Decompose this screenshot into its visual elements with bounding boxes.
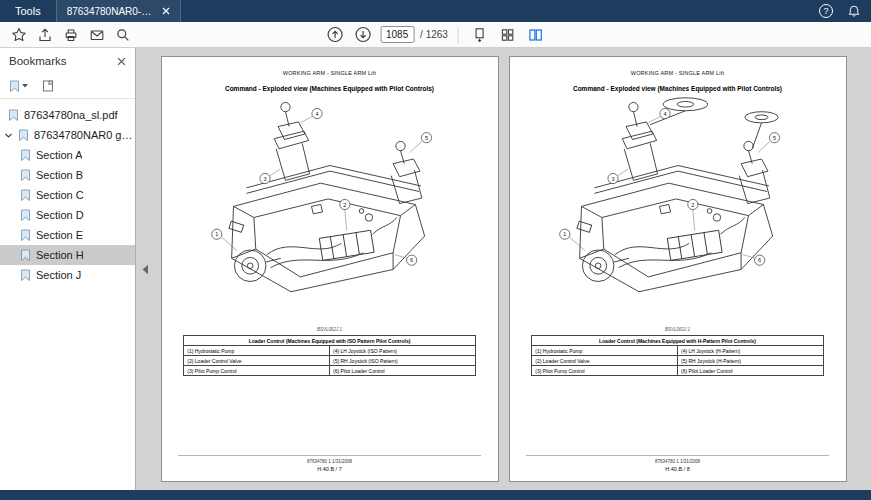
- table-caption: Loader Control (Machines Equipped with H…: [532, 336, 823, 346]
- bookmark-label: Section D: [36, 209, 84, 221]
- exploded-diagram: 1 2 3 4 5 6: [162, 95, 498, 327]
- document-tab-label: 87634780NAR0-Lin...: [67, 6, 154, 17]
- collapse-panel-button[interactable]: [139, 257, 151, 281]
- bookmark-icon: [20, 149, 31, 161]
- email-icon[interactable]: [86, 24, 108, 46]
- figure-label: BSVL062J 1: [162, 327, 498, 332]
- footer-pagecode: H.40.B / 7: [178, 466, 480, 472]
- table-cell: (4) LH Joystick (ISO Pattern): [330, 346, 476, 356]
- bookmark-label: Section H: [36, 249, 84, 261]
- sidebar-item-87634780nar0-guts[interactable]: 87634780NAR0 guts: [0, 125, 135, 145]
- callout-number: 6: [410, 257, 413, 263]
- table-cell: (6) Pilot Loader Control: [678, 366, 824, 376]
- callout-number: 5: [424, 135, 427, 141]
- two-page-view-icon[interactable]: [525, 24, 547, 46]
- options-caret-icon: [22, 84, 28, 88]
- table-cell: (6) Pilot Loader Control: [330, 366, 476, 376]
- continuous-scroll-icon[interactable]: [469, 24, 491, 46]
- bookmark-icon: [20, 249, 31, 261]
- table-caption: Loader Control (Machines Equipped with I…: [184, 336, 475, 346]
- table-cell: (3) Pilot Pump Control: [532, 366, 678, 376]
- sidebar-item-section-e[interactable]: Section E: [0, 225, 135, 245]
- bookmarks-panel: Bookmarks 87634780na_sl.pdf 87634780NA: [0, 48, 136, 490]
- bookmark-icon: [20, 209, 31, 221]
- callout-number: 2: [343, 202, 346, 208]
- sidebar-item-section-b[interactable]: Section B: [0, 165, 135, 185]
- table-cell: (1) Hydrostatic Pump: [184, 346, 330, 356]
- help-icon[interactable]: ?: [819, 4, 833, 18]
- table-cell: (2) Loader Control Valve: [532, 356, 678, 366]
- tab-close-icon[interactable]: [162, 7, 170, 15]
- bookmark-icon: [20, 169, 31, 181]
- table-cell: (2) Loader Control Valve: [184, 356, 330, 366]
- search-icon[interactable]: [112, 24, 134, 46]
- bookmarks-tree: 87634780na_sl.pdf 87634780NAR0 guts Sect…: [0, 99, 135, 285]
- table-cell: (4) LH Joystick (H-Pattern): [678, 346, 824, 356]
- sidebar-item-section-d[interactable]: Section D: [0, 205, 135, 225]
- document-tab[interactable]: 87634780NAR0-Lin...: [56, 0, 181, 22]
- parts-table: Loader Control (Machines Equipped with H…: [531, 335, 823, 376]
- footer-pagecode: H.40.B / 8: [526, 466, 828, 472]
- callout-number: 1: [215, 231, 218, 237]
- tools-tab-label: Tools: [15, 5, 41, 17]
- table-cell: (5) RH Joystick (ISO Pattern): [330, 356, 476, 366]
- table-cell: (3) Pilot Pump Control: [184, 366, 330, 376]
- favorites-star-icon[interactable]: [8, 24, 30, 46]
- callout-number: 3: [263, 176, 266, 182]
- page-number-input[interactable]: [380, 26, 414, 43]
- bookmark-label: Section B: [36, 169, 83, 181]
- bookmarks-panel-title: Bookmarks: [9, 55, 67, 67]
- page-title: Command - Exploded view (Machines Equipp…: [510, 85, 846, 92]
- bookmark-label: 87634780NAR0 guts: [34, 129, 135, 141]
- bookmark-label: Section C: [36, 189, 84, 201]
- sidebar-item-section-c[interactable]: Section C: [0, 185, 135, 205]
- callout-number: 3: [611, 176, 614, 182]
- page-footer: 87634780 1 1/31/2008 H.40.B / 8: [526, 455, 828, 472]
- pdf-page-right: WORKING ARM - SINGLE ARM Lift Command - …: [509, 56, 847, 482]
- page-header: WORKING ARM - SINGLE ARM Lift: [162, 70, 498, 76]
- sidebar-item-section-a[interactable]: Section A: [0, 145, 135, 165]
- page-up-button[interactable]: [324, 24, 346, 46]
- expand-current-bookmark-icon[interactable]: [42, 80, 54, 92]
- page-header: WORKING ARM - SINGLE ARM Lift: [510, 70, 846, 76]
- titlebar: Tools 87634780NAR0-Lin... ?: [0, 0, 871, 22]
- print-icon[interactable]: [60, 24, 82, 46]
- bookmark-options-icon[interactable]: [9, 80, 28, 92]
- callout-number: 6: [758, 257, 761, 263]
- parts-table: Loader Control (Machines Equipped with I…: [183, 335, 475, 376]
- table-cell: (5) RH Joystick (H-Pattern): [678, 356, 824, 366]
- close-bookmarks-icon[interactable]: [117, 57, 126, 66]
- document-view: WORKING ARM - SINGLE ARM Lift Command - …: [136, 48, 871, 490]
- bookmark-icon: [20, 229, 31, 241]
- tools-tab[interactable]: Tools: [0, 0, 56, 22]
- notifications-bell-icon[interactable]: [847, 4, 861, 18]
- main-area: Bookmarks 87634780na_sl.pdf 87634780NA: [0, 48, 871, 490]
- callout-number: 2: [691, 202, 694, 208]
- bottom-bar: [0, 490, 871, 500]
- page-footer: 87634780 1 1/31/2008 H.40.B / 7: [178, 455, 480, 472]
- chevron-down-icon[interactable]: [4, 131, 13, 140]
- callout-number: 1: [563, 231, 566, 237]
- toolbar: / 1263: [0, 22, 871, 48]
- page-title: Command - Exploded view (Machines Equipp…: [162, 85, 498, 92]
- thumbnail-grid-icon[interactable]: [497, 24, 519, 46]
- bookmark-icon: [18, 129, 29, 141]
- sidebar-item-section-j[interactable]: Section J: [0, 265, 135, 285]
- bookmark-label: Section E: [36, 229, 83, 241]
- footer-docinfo: 87634780 1 1/31/2008: [178, 459, 480, 464]
- callout-number: 5: [772, 135, 775, 141]
- footer-docinfo: 87634780 1 1/31/2008: [526, 459, 828, 464]
- sidebar-item-87634780na-sl[interactable]: 87634780na_sl.pdf: [0, 105, 135, 125]
- page-count-label: / 1263: [420, 29, 448, 40]
- collapse-arrow-icon: [141, 264, 149, 275]
- bookmark-icon: [20, 189, 31, 201]
- pdf-page-left: WORKING ARM - SINGLE ARM Lift Command - …: [161, 56, 499, 482]
- page-down-button[interactable]: [352, 24, 374, 46]
- sidebar-item-section-h[interactable]: Section H: [0, 245, 135, 265]
- figure-label: BSVL063J 1: [510, 327, 846, 332]
- bookmark-label: 87634780na_sl.pdf: [24, 109, 118, 121]
- bookmark-label: Section A: [36, 149, 82, 161]
- bookmark-label: Section J: [36, 269, 81, 281]
- bookmark-icon: [8, 109, 19, 121]
- share-icon[interactable]: [34, 24, 56, 46]
